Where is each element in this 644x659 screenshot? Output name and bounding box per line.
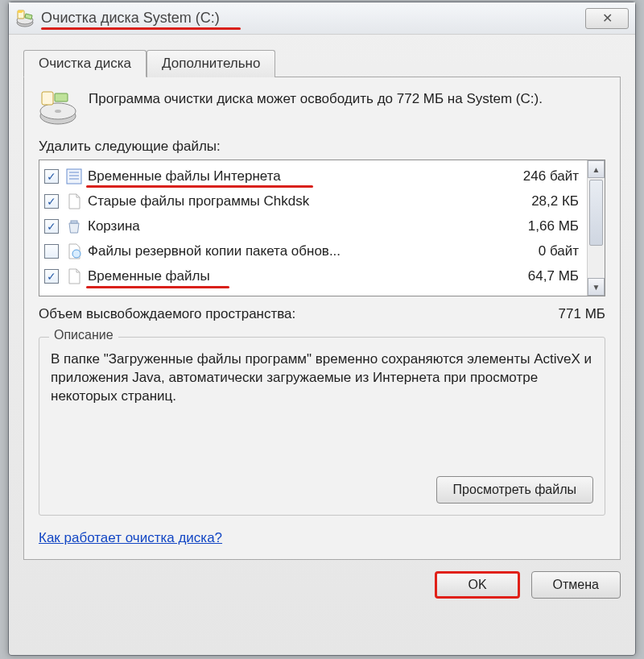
description-text: В папке "Загруженные файлы программ" вре…	[51, 350, 593, 447]
list-item[interactable]: ✓ Временные файлы 64,7 МБ	[44, 263, 582, 288]
dialog-window: Очистка диска System (C:) ✕ Очистка диск…	[8, 2, 636, 656]
annotation-underline	[86, 185, 313, 188]
disk-icon	[39, 90, 77, 126]
svg-rect-12	[71, 221, 77, 223]
close-button[interactable]: ✕	[585, 8, 629, 29]
checkbox[interactable]: ✓	[44, 219, 59, 234]
summary-text: Программа очистки диска может освободить…	[89, 90, 543, 126]
file-name: Временные файлы Интернета	[88, 168, 485, 184]
help-link[interactable]: Как работает очистка диска?	[39, 530, 222, 546]
description-title: Описание	[49, 328, 118, 342]
file-icon	[65, 267, 83, 285]
svg-rect-8	[67, 169, 81, 184]
annotation-underline	[41, 27, 241, 30]
scroll-up-button[interactable]: ▲	[588, 160, 605, 178]
checkbox[interactable]	[44, 244, 59, 259]
file-icon	[65, 193, 83, 210]
recycle-bin-icon	[65, 218, 83, 235]
window-title: Очистка диска System (C:)	[41, 10, 220, 27]
svg-rect-6	[42, 92, 53, 105]
description-group: Описание В папке "Загруженные файлы прог…	[39, 337, 605, 516]
list-item[interactable]: Файлы резервной копии пакета обнов... 0 …	[44, 238, 582, 263]
tab-panel-cleanup: Программа очистки диска может освободить…	[23, 77, 621, 560]
file-size: 0 байт	[485, 243, 582, 259]
file-list: ✓ Временные файлы Интернета 246 байт ✓ С…	[39, 160, 605, 296]
internet-files-icon	[65, 168, 83, 185]
total-space-value: 771 МБ	[559, 306, 605, 322]
file-name: Временные файлы	[88, 268, 485, 284]
close-icon: ✕	[602, 10, 613, 26]
checkbox[interactable]: ✓	[44, 269, 59, 284]
cancel-button[interactable]: Отмена	[531, 571, 621, 599]
scrollbar[interactable]: ▲ ▼	[587, 160, 605, 296]
svg-rect-7	[55, 93, 68, 102]
file-name: Корзина	[88, 218, 485, 234]
ok-button[interactable]: OK	[435, 571, 519, 599]
list-item[interactable]: ✓ Корзина 1,66 МБ	[44, 213, 582, 238]
titlebar[interactable]: Очистка диска System (C:) ✕	[9, 2, 635, 35]
view-files-button[interactable]: Просмотреть файлы	[436, 476, 593, 504]
tab-cleanup[interactable]: Очистка диска	[23, 50, 147, 77]
file-size: 1,66 МБ	[485, 218, 582, 234]
total-space-label: Объем высвобождаемого пространства:	[39, 306, 295, 322]
scroll-thumb[interactable]	[589, 180, 603, 246]
scroll-down-button[interactable]: ▼	[588, 278, 605, 296]
file-size: 28,2 КБ	[485, 193, 582, 209]
file-size: 64,7 МБ	[485, 268, 582, 284]
svg-point-13	[72, 250, 80, 258]
backup-files-icon	[65, 242, 83, 260]
file-name: Старые файлы программы Chkdsk	[88, 193, 485, 209]
tab-strip: Очистка диска Дополнительно	[23, 49, 621, 77]
annotation-underline	[86, 286, 229, 288]
svg-point-5	[55, 110, 61, 113]
disk-cleanup-icon	[15, 9, 35, 28]
list-item[interactable]: ✓ Старые файлы программы Chkdsk 28,2 КБ	[44, 189, 582, 213]
file-name: Файлы резервной копии пакета обнов...	[88, 243, 485, 259]
file-list-label: Удалить следующие файлы:	[39, 139, 605, 155]
dialog-footer: OK Отмена	[9, 560, 635, 610]
checkbox[interactable]: ✓	[44, 169, 59, 184]
checkbox[interactable]: ✓	[44, 194, 59, 209]
tab-advanced[interactable]: Дополнительно	[147, 50, 275, 77]
file-size: 246 байт	[485, 168, 582, 184]
list-item[interactable]: ✓ Временные файлы Интернета 246 байт	[44, 164, 582, 189]
